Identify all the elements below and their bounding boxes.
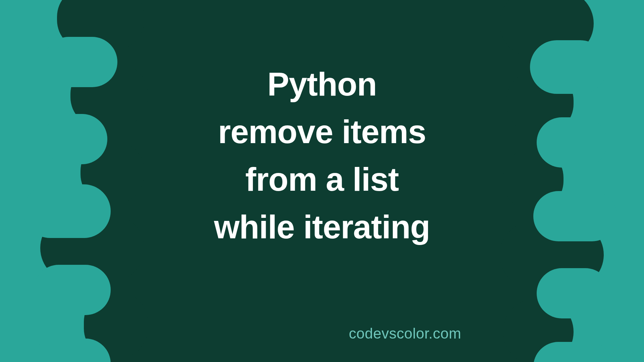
title-line: while iterating [138,203,506,251]
blob-notch [23,184,111,238]
page-title: Python remove items from a list while it… [138,60,506,251]
blob-notch [533,191,617,241]
title-line: from a list [138,156,506,203]
blob-notch [34,265,111,315]
blob-notch [44,37,117,87]
blob-notch [44,114,107,164]
blob-notch [537,268,610,318]
title-line: remove items [138,108,506,156]
watermark-text: codevscolor.com [349,325,461,342]
blob-notch [530,40,607,94]
title-line: Python [138,60,506,108]
blob-notch [537,117,607,168]
blob-notch [30,339,111,362]
